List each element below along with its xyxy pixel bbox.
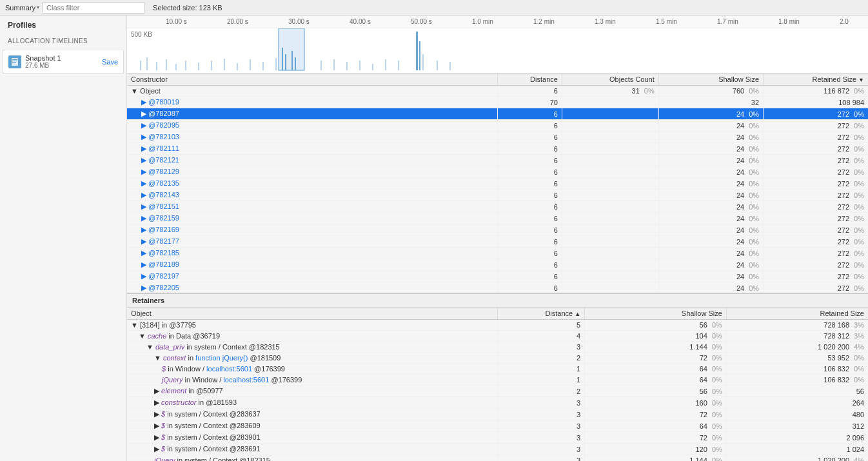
ret-cell-object: ▼ cache in Data @36719 [127, 331, 498, 342]
class-filter-input[interactable] [42, 2, 145, 14]
ret-cell-object: ▶ $ in system / Context @283901 [127, 432, 498, 444]
cell-distance: 6 [498, 201, 562, 213]
cell-objects [562, 143, 658, 155]
cell-constructor: ▶ @782103 [127, 132, 498, 143]
table-row[interactable]: ▶ @782111 6 24 0% 272 0% [127, 143, 868, 155]
cell-distance: 6 [498, 108, 562, 120]
main-table: Constructor Distance Objects Count Shall… [127, 74, 868, 293]
table-row[interactable]: ▼ context in function jQuery() @181509 2… [127, 353, 868, 364]
summary-dropdown[interactable]: Summary ▾ [5, 4, 39, 12]
cell-retained: 272 0% [764, 120, 868, 132]
retainers-table-body: ▼ [3184] in @37795 5 56 0% 728 168 3% ▼ … [127, 320, 868, 462]
table-row[interactable]: ▶ @782159 6 24 0% 272 0% [127, 213, 868, 224]
table-row[interactable]: ▶ @782177 6 24 0% 272 0% [127, 236, 868, 248]
col-header-objects[interactable]: Objects Count [562, 74, 658, 86]
svg-rect-27 [346, 62, 348, 70]
cell-retained: 272 0% [764, 271, 868, 282]
table-row[interactable]: ▶ @782151 6 24 0% 272 0% [127, 201, 868, 213]
ret-col-header-object[interactable]: Object [127, 308, 498, 320]
table-row[interactable]: ▶ @782129 6 24 0% 272 0% [127, 166, 868, 178]
save-button[interactable]: Save [102, 58, 118, 66]
cell-retained: 272 0% [764, 224, 868, 236]
table-row[interactable]: ▼ Object 6 31 0% 760 0% 116 872 0% [127, 86, 868, 97]
retainers-table-container[interactable]: Object Distance ▲ Shallow Size Retained … [127, 308, 868, 461]
table-row[interactable]: ▶ @782185 6 24 0% 272 0% [127, 248, 868, 259]
table-row[interactable]: ▶ @782087 6 24 0% 272 0% [127, 108, 868, 120]
cell-objects [562, 201, 658, 213]
cell-objects [562, 248, 658, 259]
table-row[interactable]: ▶ @782143 6 24 0% 272 0% [127, 190, 868, 201]
table-row[interactable]: ▶ @782189 6 24 0% 272 0% [127, 259, 868, 271]
tick-13min: 1.3 min [595, 18, 616, 25]
cell-objects [562, 120, 658, 132]
table-row[interactable]: ▶ $ in system / Context @283609 3 64 0% … [127, 420, 868, 432]
table-row[interactable]: ▶ @782095 6 24 0% 272 0% [127, 120, 868, 132]
cell-distance: 6 [498, 213, 562, 224]
cell-retained: 272 0% [764, 201, 868, 213]
table-row[interactable]: $ in Window / localhost:5601 @176399 1 6… [127, 364, 868, 375]
ret-cell-distance: 3 [498, 342, 585, 353]
col-header-constructor[interactable]: Constructor [127, 74, 498, 86]
svg-rect-11 [211, 61, 212, 70]
table-row[interactable]: jQuery in system / Context @182315 3 1 1… [127, 455, 868, 462]
col-header-distance[interactable]: Distance [498, 74, 562, 86]
table-row[interactable]: ▶ @782197 6 24 0% 272 0% [127, 271, 868, 282]
svg-rect-3 [12, 62, 16, 63]
col-header-shallow[interactable]: Shallow Size [658, 74, 763, 86]
cell-constructor: ▶ @782159 [127, 213, 498, 224]
cell-retained: 272 0% [764, 190, 868, 201]
svg-rect-28 [359, 61, 360, 70]
table-row[interactable]: ▶ @780019 70 32 108 984 [127, 97, 868, 108]
svg-rect-33 [449, 62, 451, 70]
ret-cell-shallow: 104 0% [585, 331, 727, 342]
ret-col-header-retained[interactable]: Retained Size [726, 308, 868, 320]
table-row[interactable]: ▶ constructor in @181593 3 160 0% 264 [127, 397, 868, 409]
ret-cell-retained: 1 020 200 4% [726, 342, 868, 353]
ret-cell-retained: 728 312 3% [726, 331, 868, 342]
ret-cell-retained: 1 020 200 4% [726, 455, 868, 462]
cell-shallow: 24 0% [658, 155, 763, 166]
table-row[interactable]: ▶ $ in system / Context @283691 3 120 0%… [127, 444, 868, 455]
cell-distance: 6 [498, 282, 562, 294]
ret-cell-retained: 56 [726, 386, 868, 397]
ret-cell-object: jQuery in system / Context @182315 [127, 455, 498, 462]
table-row[interactable]: ▶ @782169 6 24 0% 272 0% [127, 224, 868, 236]
table-row[interactable]: ▶ @782103 6 24 0% 272 0% [127, 132, 868, 143]
main-table-container[interactable]: Constructor Distance Objects Count Shall… [127, 74, 868, 293]
table-row[interactable]: ▶ $ in system / Context @283637 3 72 0% … [127, 409, 868, 420]
col-header-retained[interactable]: Retained Size ▼ [764, 74, 868, 86]
svg-rect-12 [224, 59, 225, 70]
table-row[interactable]: ▼ data_priv in system / Context @182315 … [127, 342, 868, 353]
cell-shallow: 24 0% [658, 259, 763, 271]
ret-col-header-distance[interactable]: Distance ▲ [498, 308, 585, 320]
ret-cell-object: ▶ $ in system / Context @283691 [127, 444, 498, 455]
table-row[interactable]: ▶ $ in system / Context @283901 3 72 0% … [127, 432, 868, 444]
tick-18min: 1.8 min [778, 18, 800, 25]
table-row[interactable]: ▶ element in @50977 2 56 0% 56 [127, 386, 868, 397]
svg-rect-31 [398, 61, 399, 70]
cell-objects [562, 166, 658, 178]
table-row[interactable]: jQuery in Window / localhost:5601 @17639… [127, 375, 868, 386]
ret-cell-retained: 106 832 0% [726, 364, 868, 375]
cell-constructor: ▶ @782121 [127, 155, 498, 166]
snapshot-item[interactable]: Snapshot 1 27.6 MB Save [3, 50, 124, 74]
table-row[interactable]: ▶ @782135 6 24 0% 272 0% [127, 178, 868, 190]
table-row[interactable]: ▼ [3184] in @37795 5 56 0% 728 168 3% [127, 320, 868, 331]
svg-rect-20 [291, 51, 293, 70]
table-row[interactable]: ▶ @782205 6 24 0% 272 0% [127, 282, 868, 294]
svg-rect-7 [166, 59, 167, 70]
ret-col-header-shallow[interactable]: Shallow Size [585, 308, 727, 320]
cell-shallow: 24 0% [658, 120, 763, 132]
timeline-content[interactable]: 500 KB [127, 28, 868, 74]
ret-cell-distance: 3 [498, 397, 585, 409]
retainers-table-header: Object Distance ▲ Shallow Size Retained … [127, 308, 868, 320]
cell-constructor: ▶ @782129 [127, 166, 498, 178]
svg-rect-4 [140, 61, 141, 70]
ret-cell-object: ▼ [3184] in @37795 [127, 320, 498, 331]
tick-20s: 20.00 s [227, 18, 248, 25]
selected-size-label: Selected size: 123 KB [153, 4, 222, 12]
table-row[interactable]: ▼ cache in Data @36719 4 104 0% 728 312 … [127, 331, 868, 342]
svg-rect-14 [250, 59, 251, 70]
ret-cell-distance: 3 [498, 444, 585, 455]
table-row[interactable]: ▶ @782121 6 24 0% 272 0% [127, 155, 868, 166]
